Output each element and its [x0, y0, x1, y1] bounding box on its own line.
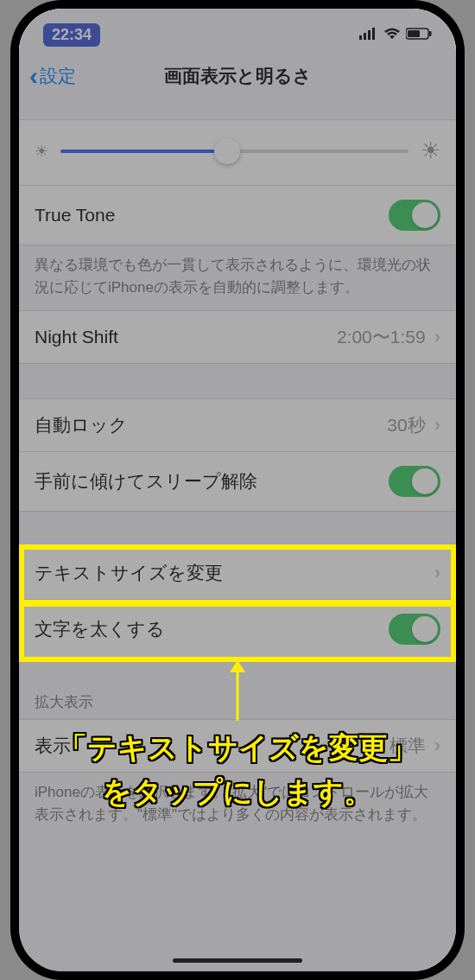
- chevron-right-icon: ›: [434, 562, 440, 584]
- true-tone-description: 異なる環境でも色が一貫して表示されるように、環境光の状況に応じてiPhoneの表…: [19, 245, 456, 310]
- status-bar: 22:34: [19, 9, 456, 52]
- auto-lock-row[interactable]: 自動ロック 30秒 ›: [19, 399, 456, 451]
- home-indicator[interactable]: [173, 958, 302, 963]
- signal-icon: [359, 26, 378, 44]
- back-label: 設定: [40, 64, 76, 88]
- back-button[interactable]: ‹ 設定: [29, 63, 76, 89]
- brightness-high-icon: ☀︎: [421, 137, 440, 164]
- status-icons: [359, 26, 432, 44]
- text-size-row[interactable]: テキストサイズを変更 ›: [19, 547, 456, 599]
- brightness-slider[interactable]: [60, 150, 408, 153]
- slider-thumb[interactable]: [214, 138, 240, 164]
- night-shift-label: Night Shift: [35, 327, 118, 347]
- bold-text-row: 文字を太くする: [19, 599, 456, 659]
- true-tone-label: True Tone: [35, 205, 115, 226]
- svg-rect-2: [368, 30, 370, 40]
- svg-rect-3: [372, 28, 375, 40]
- night-shift-value: 2:00〜1:59: [337, 325, 426, 349]
- text-size-label: テキストサイズを変更: [35, 561, 223, 585]
- status-time: 22:34: [43, 23, 100, 47]
- battery-icon: [406, 26, 432, 44]
- night-shift-row[interactable]: Night Shift 2:00〜1:59 ›: [19, 311, 456, 363]
- chevron-right-icon: ›: [434, 735, 440, 757]
- brightness-low-icon: ☀︎: [35, 142, 48, 161]
- bold-text-toggle[interactable]: [389, 614, 440, 645]
- svg-rect-1: [364, 33, 366, 40]
- svg-rect-6: [429, 31, 432, 36]
- brightness-slider-row: ☀︎ ☀︎: [19, 119, 456, 185]
- auto-lock-label: 自動ロック: [35, 413, 128, 437]
- svg-rect-5: [408, 30, 420, 37]
- true-tone-row: True Tone: [19, 186, 456, 245]
- chevron-right-icon: ›: [434, 414, 440, 436]
- page-title: 画面表示と明るさ: [19, 64, 456, 88]
- navigation-bar: ‹ 設定 画面表示と明るさ: [19, 52, 456, 100]
- svg-rect-0: [359, 35, 362, 40]
- raise-to-wake-row: 手前に傾けてスリープ解除: [19, 451, 456, 511]
- chevron-right-icon: ›: [434, 326, 440, 348]
- zoom-section-header: 拡大表示: [19, 684, 456, 719]
- instruction-annotation: 「テキストサイズを変更」 をタップにします。: [58, 726, 417, 814]
- bold-text-label: 文字を太くする: [35, 617, 165, 641]
- wifi-icon: [383, 26, 401, 44]
- true-tone-toggle[interactable]: [389, 200, 440, 231]
- auto-lock-value: 30秒: [387, 413, 425, 437]
- raise-to-wake-toggle[interactable]: [389, 466, 440, 497]
- raise-to-wake-label: 手前に傾けてスリープ解除: [35, 469, 257, 493]
- chevron-left-icon: ‹: [29, 63, 38, 89]
